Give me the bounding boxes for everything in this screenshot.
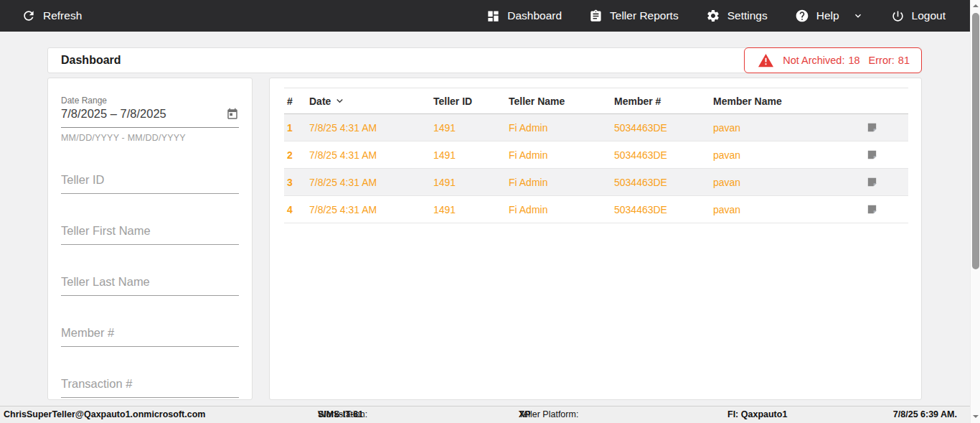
fi-info: FI: Qaxpauto1 [727,406,787,422]
note-icon[interactable] [864,203,908,215]
col-header-num: # [284,96,306,107]
page-title: Dashboard [61,54,121,67]
chevron-down-icon [852,10,864,22]
col-header-date[interactable]: Date [306,95,430,107]
help-icon [795,9,809,23]
filter-sidebar: Date Range 7/8/2025 – 7/8/2025 MM/DD/YYY… [47,78,253,400]
date-range-value: 7/8/2025 – 7/8/2025 [61,107,166,121]
transaction-number-input[interactable] [61,374,239,398]
sort-descending-icon [334,95,346,107]
calendar-icon[interactable] [226,108,239,121]
refresh-icon [22,9,36,23]
refresh-label: Refresh [43,9,82,22]
col-header-member-num: Member # [611,96,710,107]
date-range-label: Date Range [61,96,239,106]
nav-help-label: Help [816,9,839,22]
nav-dashboard-label: Dashboard [507,9,562,22]
teller-platform-info: Teller Platform: XP [519,406,531,422]
note-icon[interactable] [864,149,908,161]
nav-teller-reports[interactable]: Teller Reports [589,9,679,23]
scrollbar-thumb[interactable] [972,13,979,269]
nav-help[interactable]: Help [795,9,864,23]
warning-triangle-icon [758,52,774,69]
col-header-teller-id: Teller ID [430,96,506,107]
table-row[interactable]: 3 7/8/25 4:31 AM 1491 Fi Admin 5034463DE… [284,169,908,196]
transactions-table-panel: # Date Teller ID Teller Name Member # Me… [269,78,922,400]
nav-dashboard[interactable]: Dashboard [486,9,562,23]
top-nav-right-group: Dashboard Teller Reports Settings Help [486,9,946,23]
error-count: Error: 81 [869,55,910,66]
refresh-button[interactable]: Refresh [22,9,82,23]
scroll-down-arrow-icon[interactable] [971,412,980,422]
clipboard-icon [589,9,603,23]
col-header-teller-name: Teller Name [506,96,611,107]
teller-last-name-input[interactable] [61,272,239,296]
dashboard-grid-icon [486,9,500,23]
not-archived-count: Not Archived: 18 [783,55,859,66]
note-icon[interactable] [864,121,908,134]
teller-id-input[interactable] [61,170,239,194]
nav-teller-reports-label: Teller Reports [610,9,679,22]
status-datetime: 7/8/25 6:39 AM. [893,406,957,422]
table-row[interactable]: 1 7/8/25 4:31 AM 1491 Fi Admin 5034463DE… [284,114,908,141]
gear-icon [706,9,720,23]
power-icon [891,9,905,23]
table-row[interactable]: 4 7/8/25 4:31 AM 1491 Fi Admin 5034463DE… [284,196,908,223]
table-header-row: # Date Teller ID Teller Name Member # Me… [284,88,908,114]
nav-logout-label: Logout [912,9,946,22]
scroll-up-arrow-icon[interactable] [971,1,980,11]
date-format-hint: MM/DD/YYYY - MM/DD/YYYY [61,133,239,143]
nav-settings-label: Settings [727,9,768,22]
workstation-info: Workstation: SIMS-IT-61 [318,406,363,422]
member-number-input[interactable] [61,323,239,347]
nav-logout[interactable]: Logout [891,9,946,23]
col-header-member-name: Member Name [710,96,864,107]
date-range-picker[interactable]: 7/8/2025 – 7/8/2025 [61,106,239,128]
table-row[interactable]: 2 7/8/25 4:31 AM 1491 Fi Admin 5034463DE… [284,141,908,169]
vertical-scrollbar[interactable] [970,0,980,423]
archive-error-alert-badge[interactable]: Not Archived: 18 Error: 81 [744,47,922,73]
logged-in-user: ChrisSuperTeller@Qaxpauto1.onmicrosoft.c… [4,406,205,422]
status-bar: ChrisSuperTeller@Qaxpauto1.onmicrosoft.c… [0,406,980,423]
note-icon[interactable] [864,176,908,188]
nav-settings[interactable]: Settings [706,9,768,23]
top-navigation-bar: Refresh Dashboard Teller Reports Setting… [0,0,970,32]
teller-first-name-input[interactable] [61,221,239,245]
page-header-bar: Dashboard Not Archived: 18 Error: 81 [47,47,922,73]
